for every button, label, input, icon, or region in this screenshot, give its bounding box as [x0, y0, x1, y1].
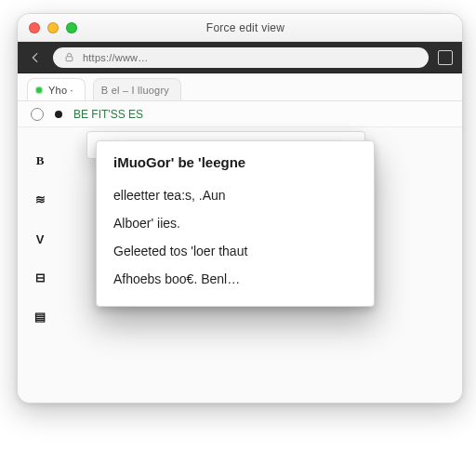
dropdown-title: iMuoGor' be 'leegne — [113, 154, 357, 170]
content-area: B ≋ V ⊟ ▤ iMuoGor' be 'leegne elleetter … — [18, 127, 462, 403]
tab-active[interactable]: Yho · — [27, 78, 86, 100]
browser-window: Force edit view https://www… Yho · — [17, 13, 463, 403]
refresh-icon[interactable] — [31, 108, 44, 121]
sidebar-item-4[interactable]: ⊟ — [31, 269, 49, 287]
sidebar: B ≋ V ⊟ ▤ — [31, 152, 60, 326]
toolbar: https://www… — [18, 42, 462, 73]
menu-item[interactable]: Afhoebs boo€. Benl… — [113, 265, 357, 293]
window-title: Force edit view — [85, 21, 406, 34]
lock-icon — [62, 51, 75, 64]
extensions-button[interactable] — [438, 50, 453, 65]
bookmark-link[interactable]: BE FIT'SS ES — [73, 108, 143, 121]
sidebar-item-5[interactable]: ▤ — [31, 308, 49, 326]
url-text: https://www… — [83, 52, 149, 63]
maximize-button[interactable] — [66, 22, 77, 33]
sidebar-item-2[interactable]: ≋ — [31, 191, 49, 209]
status-dot-icon — [55, 111, 62, 118]
sidebar-item-3[interactable]: V — [31, 230, 49, 248]
tab-label: B el – I lluogry — [101, 85, 169, 96]
menu-item[interactable]: elleetter tea:s, .Aun — [113, 181, 357, 209]
svg-rect-0 — [66, 57, 73, 61]
close-button[interactable] — [29, 22, 40, 33]
toolbar-right — [438, 50, 453, 65]
menu-item[interactable]: Alboer' iies. — [113, 209, 357, 237]
bookmarks-bar: BE FIT'SS ES — [18, 101, 462, 127]
tab-inactive[interactable]: B el – I lluogry — [93, 78, 181, 100]
back-button[interactable] — [27, 49, 44, 66]
minimize-button[interactable] — [47, 22, 59, 33]
favicon-icon — [35, 86, 43, 94]
tab-label: Yho · — [48, 85, 73, 96]
tab-strip: Yho · B el – I lluogry — [18, 73, 462, 101]
sidebar-item-1[interactable]: B — [31, 152, 49, 170]
dropdown-menu: iMuoGor' be 'leegne elleetter tea:s, .Au… — [96, 140, 375, 307]
titlebar: Force edit view — [18, 14, 462, 42]
menu-item[interactable]: Geleeted tos 'loer thaut — [113, 237, 357, 265]
address-bar[interactable]: https://www… — [53, 47, 429, 68]
traffic-lights — [29, 22, 77, 33]
